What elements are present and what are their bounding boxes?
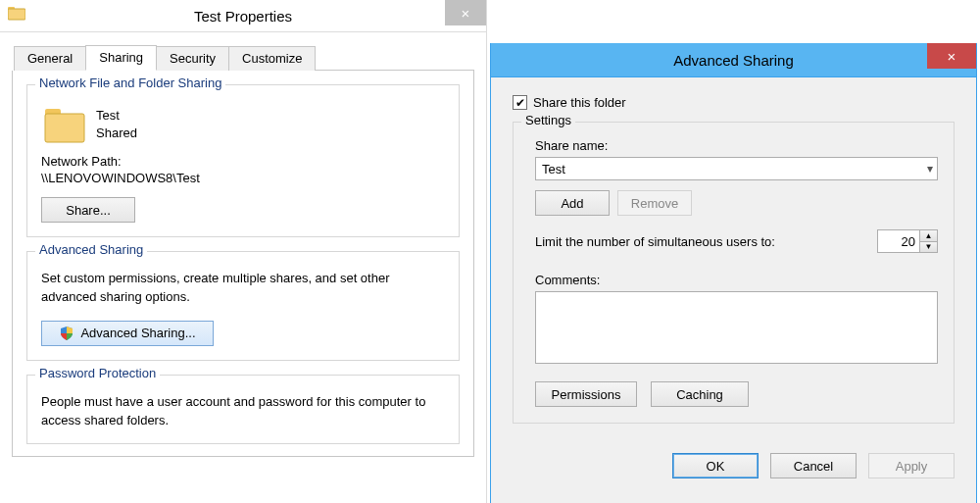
close-button[interactable]: × — [445, 0, 486, 25]
share-this-folder-label: Share this folder — [533, 95, 626, 110]
advanced-sharing-button-label: Advanced Sharing... — [80, 326, 195, 340]
share-name-buttons: Add Remove — [535, 190, 938, 216]
dialog-button-row: OK Cancel Apply — [491, 447, 976, 478]
shield-icon — [59, 326, 74, 341]
add-button-label: Add — [561, 196, 583, 211]
share-name-label: Share name: — [535, 138, 938, 153]
spinbox-buttons: ▲ ▼ — [919, 230, 937, 252]
share-name-select[interactable]: Test ▾ — [535, 157, 938, 180]
spin-down-button[interactable]: ▼ — [920, 242, 937, 253]
password-protection-group: Password Protection People must have a u… — [26, 375, 460, 445]
limit-spinbox[interactable]: 20 ▲ ▼ — [877, 229, 938, 253]
advanced-sharing-titlebar: Advanced Sharing × — [491, 43, 976, 77]
tab-sharing[interactable]: Sharing — [85, 45, 157, 71]
permissions-button-label: Permissions — [552, 387, 621, 402]
tab-customize[interactable]: Customize — [228, 46, 316, 71]
sharing-tabpanel: Network File and Folder Sharing Test Sha… — [12, 71, 474, 457]
network-path-label: Network Path: — [41, 154, 445, 169]
caching-button-label: Caching — [676, 387, 723, 402]
tab-security[interactable]: Security — [156, 46, 229, 71]
permissions-button[interactable]: Permissions — [535, 381, 637, 407]
share-this-folder-checkbox[interactable]: ✔ — [513, 95, 527, 110]
properties-window: Test Properties × General Sharing Securi… — [0, 0, 487, 503]
svg-rect-3 — [45, 114, 84, 142]
triangle-down-icon: ▼ — [925, 242, 933, 251]
advanced-sharing-group-title: Advanced Sharing — [35, 242, 147, 257]
remove-button-label: Remove — [631, 196, 678, 211]
nfs-status: Shared — [96, 125, 137, 142]
chevron-down-icon: ▾ — [927, 162, 933, 176]
password-protection-group-title: Password Protection — [35, 366, 160, 380]
limit-value: 20 — [878, 230, 919, 252]
share-this-folder-row: ✔ Share this folder — [513, 95, 955, 110]
folder-icon — [8, 6, 25, 21]
folder-large-icon — [41, 103, 88, 146]
cancel-button-label: Cancel — [794, 459, 833, 474]
advanced-sharing-dialog: Advanced Sharing × ✔ Share this folder S… — [490, 43, 977, 503]
permissions-caching-row: Permissions Caching — [535, 381, 938, 407]
add-button[interactable]: Add — [535, 190, 610, 216]
cancel-button[interactable]: Cancel — [770, 453, 857, 478]
share-button-label: Share... — [66, 203, 111, 218]
ok-button[interactable]: OK — [672, 453, 759, 478]
close-icon: × — [462, 5, 470, 22]
caching-button[interactable]: Caching — [651, 381, 749, 407]
comments-textarea[interactable] — [535, 291, 938, 364]
advanced-sharing-title: Advanced Sharing — [491, 52, 976, 69]
remove-button[interactable]: Remove — [617, 190, 692, 216]
ok-button-label: OK — [707, 459, 725, 474]
advanced-sharing-desc: Set custom permissions, create multiple … — [41, 270, 445, 307]
limit-label: Limit the number of simultaneous users t… — [535, 234, 775, 249]
spin-up-button[interactable]: ▲ — [920, 230, 937, 242]
share-button[interactable]: Share... — [41, 197, 135, 223]
nfs-text: Test Shared — [96, 107, 137, 141]
advanced-sharing-button[interactable]: Advanced Sharing... — [41, 321, 214, 346]
checkmark-icon: ✔ — [515, 97, 525, 109]
network-path-value: \\LENOVOWINDOWS8\Test — [41, 171, 445, 185]
advanced-sharing-group: Advanced Sharing Set custom permissions,… — [26, 251, 460, 361]
network-sharing-group-title: Network File and Folder Sharing — [35, 75, 225, 90]
close-icon: × — [948, 48, 956, 65]
apply-button-label: Apply — [896, 459, 928, 474]
properties-title: Test Properties — [0, 8, 486, 25]
share-name-value: Test — [542, 162, 565, 176]
apply-button[interactable]: Apply — [868, 453, 955, 478]
settings-group-title: Settings — [521, 113, 575, 127]
comments-label: Comments: — [535, 273, 938, 287]
properties-titlebar: Test Properties × — [0, 0, 486, 32]
settings-group: Settings Share name: Test ▾ Add Remove — [513, 122, 955, 424]
triangle-up-icon: ▲ — [925, 231, 933, 240]
nfs-name: Test — [96, 107, 137, 125]
tab-general[interactable]: General — [14, 46, 86, 71]
nfs-row: Test Shared — [41, 103, 445, 146]
svg-rect-1 — [8, 9, 25, 20]
network-sharing-group: Network File and Folder Sharing Test Sha… — [26, 84, 460, 237]
advanced-sharing-body: ✔ Share this folder Settings Share name:… — [491, 77, 976, 447]
limit-row: Limit the number of simultaneous users t… — [535, 229, 938, 253]
password-protection-desc: People must have a user account and pass… — [41, 393, 445, 430]
properties-body: General Sharing Security Customize Netwo… — [0, 32, 486, 457]
tabs: General Sharing Security Customize — [14, 44, 474, 71]
advanced-sharing-close-button[interactable]: × — [927, 43, 976, 69]
